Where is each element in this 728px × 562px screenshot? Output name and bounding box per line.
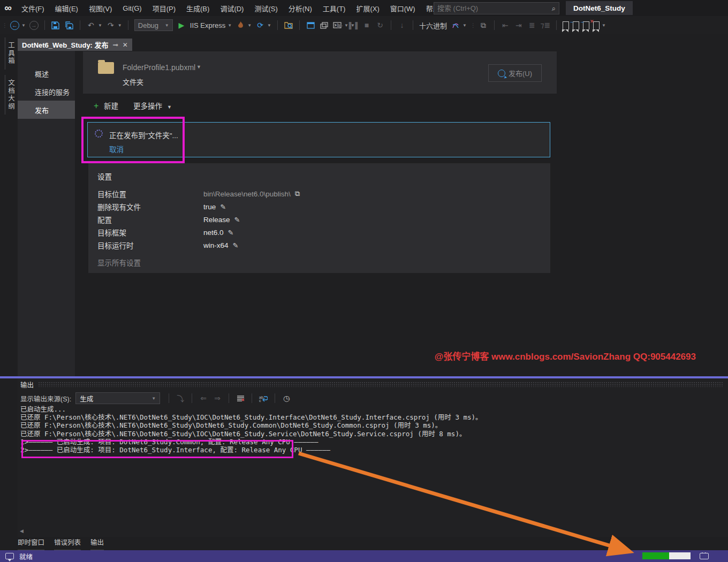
quick-search[interactable]: ⌕ xyxy=(434,2,559,14)
more-actions-dropdown-icon: ▼ xyxy=(167,104,172,110)
menu-view[interactable]: 视图(V) xyxy=(84,0,117,16)
toolbar-grip[interactable]: ⋮⋮ xyxy=(2,22,6,28)
copy-icon[interactable]: ⧉ xyxy=(295,189,300,198)
redo-dropdown-icon[interactable]: ▼ xyxy=(118,23,122,28)
output-source-select[interactable]: 生成 ▼ xyxy=(75,392,160,404)
nav-item-connected-services[interactable]: 连接的服务 xyxy=(18,82,75,101)
output-title-bar[interactable]: 输出 xyxy=(18,378,728,390)
start-debug-icon[interactable]: ▶ xyxy=(177,20,186,30)
setting-row-delete-existing: 删除现有文件 true ✎ xyxy=(97,201,536,212)
visualizer-icon[interactable] xyxy=(451,20,460,30)
menu-git[interactable]: Git(G) xyxy=(117,0,147,16)
previous-bookmark-icon[interactable]: ← xyxy=(573,21,579,29)
clear-bookmarks-icon[interactable]: ✕ xyxy=(593,21,600,29)
status-ready-text: 就绪 xyxy=(19,551,33,561)
output-drag-texture[interactable] xyxy=(38,382,724,387)
new-profile-button[interactable]: + 新建 xyxy=(94,100,118,111)
new-window-icon[interactable] xyxy=(319,20,329,30)
menu-extensions[interactable]: 扩展(X) xyxy=(351,0,384,16)
tab-publish-document[interactable]: DotNet6_Web_Study: 发布 ⊸ ✕ xyxy=(18,39,132,51)
pencil-icon[interactable]: ✎ xyxy=(220,203,226,211)
debug-overflow-icon[interactable]: ▼ xyxy=(462,23,467,28)
feedback-bubble-icon[interactable] xyxy=(5,553,14,559)
menu-edit[interactable]: 编辑(E) xyxy=(50,0,84,16)
annotation-box-output-line xyxy=(21,440,293,458)
hot-reload-icon xyxy=(236,20,245,30)
undo-icon[interactable]: ↶ xyxy=(86,20,96,30)
notifications-icon[interactable] xyxy=(700,553,709,559)
profile-dropdown-icon[interactable]: ▼ xyxy=(196,64,201,70)
search-icon[interactable]: ⌕ xyxy=(552,4,556,13)
pin-tab-icon[interactable]: ⊸ xyxy=(113,41,118,49)
back-dropdown-icon[interactable]: ▼ xyxy=(21,23,26,28)
navigate-back-icon[interactable]: ← xyxy=(10,21,19,30)
restart-app-icon[interactable]: ⟳ xyxy=(255,20,265,30)
profile-type-label: 文件夹 xyxy=(123,77,143,87)
scroll-left-icon[interactable]: ◀ xyxy=(20,528,24,534)
find-in-files-icon[interactable] xyxy=(284,20,293,30)
show-all-settings-link[interactable]: 显示所有设置 xyxy=(97,257,141,268)
previous-message-icon: ⇐ xyxy=(199,393,208,403)
tab-immediate-window[interactable]: 即时窗口 xyxy=(18,537,44,549)
hex-display-toggle[interactable]: 十六进制 xyxy=(419,20,447,31)
decrease-indent-icon: ⇤ xyxy=(500,20,510,30)
undo-dropdown-icon[interactable]: ▼ xyxy=(98,23,102,28)
publish-button[interactable]: 发布(U) xyxy=(488,64,542,82)
word-wrap-icon[interactable]: abc xyxy=(259,393,268,403)
home-window-icon[interactable] xyxy=(306,20,315,30)
pencil-icon[interactable]: ✎ xyxy=(228,229,234,237)
publish-nav-panel: 概述 连接的服务 发布 xyxy=(18,51,75,376)
restart-dropdown-icon[interactable]: ▼ xyxy=(267,23,271,28)
main-menu: 文件(F) 编辑(E) 视图(V) Git(G) 项目(P) 生成(B) 调试(… xyxy=(16,0,455,16)
menu-project[interactable]: 项目(P) xyxy=(147,0,181,16)
setting-row-target-runtime: 目标运行时 win-x64 ✎ xyxy=(97,240,536,250)
menu-window[interactable]: 窗口(W) xyxy=(385,0,421,16)
redo-icon[interactable]: ↷ xyxy=(106,20,116,30)
save-all-icon[interactable] xyxy=(64,20,74,30)
menu-tools[interactable]: 工具(T) xyxy=(317,0,351,16)
output-log[interactable]: 已启动生成... 已还原 F:\Person\核心技术\.NET6\DotNet… xyxy=(20,405,724,527)
tab-output[interactable]: 输出 xyxy=(90,537,104,549)
toolbar-grip-2[interactable]: ⋮⋮ xyxy=(471,22,475,28)
nav-item-overview[interactable]: 概述 xyxy=(18,64,75,82)
menu-test[interactable]: 测试(S) xyxy=(249,0,283,16)
more-actions-button[interactable]: 更多操作 ▼ xyxy=(133,100,172,111)
menu-debug[interactable]: 调试(D) xyxy=(215,0,249,16)
publish-globe-icon xyxy=(498,70,505,77)
standard-toolbar: ⋮⋮ ← ▼ → ↶ ▼ ↷ ▼ Debug▼ ▶ IIS Express ▼ xyxy=(0,16,728,34)
menu-build[interactable]: 生成(B) xyxy=(181,0,215,16)
run-target-label[interactable]: IIS Express xyxy=(190,21,225,29)
menu-file[interactable]: 文件(F) xyxy=(16,0,50,16)
output-horizontal-scrollbar[interactable]: ◀ xyxy=(18,527,722,535)
side-tool-strip: 工具箱 文档大纲 xyxy=(0,34,18,537)
profile-actions: + 新建 更多操作 ▼ xyxy=(94,100,172,111)
close-tab-icon[interactable]: ✕ xyxy=(123,41,128,49)
stop-icon: ■ xyxy=(362,20,371,30)
save-icon[interactable] xyxy=(51,20,60,30)
run-target-dropdown-icon[interactable]: ▼ xyxy=(228,23,232,28)
sidebar-tab-toolbox[interactable]: 工具箱 xyxy=(4,37,16,70)
visual-studio-logo-icon: ∞ xyxy=(0,0,16,16)
uncomment-icon: ⁊≣ xyxy=(541,20,550,30)
pencil-icon[interactable]: ✎ xyxy=(233,241,239,249)
clear-output-icon[interactable] xyxy=(236,393,245,403)
restart-debug-icon: ↻ xyxy=(375,20,385,30)
next-message-icon: ⇒ xyxy=(213,393,222,403)
status-bar: 就绪 xyxy=(0,550,728,562)
nav-item-publish[interactable]: 发布 xyxy=(18,101,75,119)
goto-message-icon: ⤵ xyxy=(176,393,185,403)
profile-name-dropdown[interactable]: FolderProfile1.pubxml xyxy=(123,63,195,72)
bookmark-overflow-icon[interactable]: ▼ xyxy=(602,23,606,28)
tab-title: DotNet6_Web_Study: 发布 xyxy=(22,40,109,50)
menu-analyze[interactable]: 分析(N) xyxy=(283,0,317,16)
next-bookmark-icon[interactable]: → xyxy=(583,21,589,29)
timestamp-icon[interactable]: ◷ xyxy=(282,393,291,403)
search-input[interactable] xyxy=(437,4,552,12)
progress-fill xyxy=(642,552,669,559)
output-source-dropdown-icon: ▼ xyxy=(151,396,156,401)
solution-configuration-select[interactable]: Debug▼ xyxy=(134,19,173,31)
pencil-icon[interactable]: ✎ xyxy=(234,216,240,224)
toggle-bookmark-icon[interactable] xyxy=(563,21,569,29)
sidebar-tab-document-outline[interactable]: 文档大纲 xyxy=(4,75,16,115)
tab-error-list[interactable]: 错误列表 xyxy=(54,537,81,549)
